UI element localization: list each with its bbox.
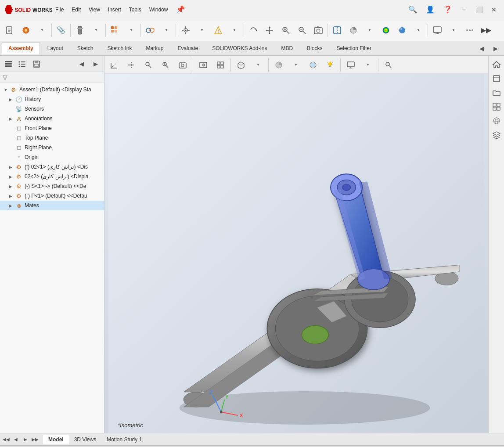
rp-sphere[interactable] [490,114,503,127]
tree-item-origin[interactable]: ⌖ Origin [0,152,104,162]
tab-markup[interactable]: Markup [139,42,170,54]
smart-fasteners[interactable] [72,22,88,38]
tree-item-s1[interactable]: ▶ ⚙ (-) S<1> -> (Default) <<De [0,181,104,191]
units-up[interactable]: ▲ [462,445,478,447]
restore-button[interactable]: ⬜ [472,4,486,16]
display-dropdown[interactable]: ▼ [362,22,378,38]
tree-item-part2[interactable]: ▶ ⚙ 02<2> (تراش کاری) <Displa [0,172,104,181]
component-button[interactable] [18,22,34,38]
help-button[interactable]: ❓ [440,2,456,18]
angle-view[interactable] [106,57,122,73]
minimize-button[interactable]: ─ [457,4,471,16]
render-dropdown[interactable]: ▼ [410,22,426,38]
sidebar-save[interactable] [30,58,43,70]
more-button[interactable] [462,22,478,38]
cube-dropdown[interactable]: ▼ [250,57,266,73]
cube-view[interactable] [233,57,249,73]
bottom-tab-motion[interactable]: Motion Study 1 [101,435,147,444]
tab-sketch[interactable]: Sketch [71,42,100,54]
tab-collapse[interactable]: ◀ [475,42,488,54]
rp-layers[interactable] [490,128,503,141]
tab-blocks[interactable]: Blocks [300,42,329,54]
tree-item-annotations[interactable]: ▶ A Annotations [0,114,104,123]
tree-item-mates[interactable]: ▶ ⊗ Mates [0,201,104,210]
render-button[interactable] [394,22,410,38]
appearance-button[interactable] [378,22,394,38]
rp-grid[interactable] [490,100,503,113]
pin-button[interactable]: 📌 [173,4,188,15]
grid-view[interactable] [212,57,228,73]
tree-item-p1[interactable]: ▶ ⚙ (-) P<1> (Default) <<Defau [0,191,104,201]
tab-selection-filter[interactable]: Selection Filter [330,42,378,54]
search-button[interactable]: 🔍 [405,2,421,18]
zoom-search[interactable] [140,57,156,73]
display-dropdown2[interactable]: ▼ [288,57,304,73]
assembly-settings[interactable] [178,22,194,38]
rp-folder[interactable] [490,86,503,99]
linear-pattern[interactable] [107,22,123,38]
tab-mbd[interactable]: MBD [275,42,300,54]
mate-button[interactable] [142,22,158,38]
nav-next[interactable]: ▶ [21,435,30,444]
monitor-button[interactable] [429,22,445,38]
nav-prev[interactable]: ◀ [11,435,20,444]
tree-item-part1[interactable]: ▶ ⚙ (f) 02<1> (تراش کاری) <Dis [0,162,104,172]
tree-item-sensors[interactable]: 📡 Sensors [0,104,104,114]
capture-view[interactable] [195,57,211,73]
evaluate-dropdown[interactable]: ▼ [227,22,242,38]
monitor-dropdown2[interactable]: ▼ [360,57,376,73]
camera-button[interactable] [310,22,326,38]
tab-sketch-ink[interactable]: Sketch Ink [101,42,138,54]
display-style[interactable] [346,22,361,38]
tab-layout[interactable]: Layout [41,42,70,54]
tree-root[interactable]: ▼ ⚙ Assem1 (Default) <Display Sta [0,85,104,94]
tree-item-top-plane[interactable]: ⊡ Top Plane [0,133,104,143]
new-button[interactable] [2,22,18,38]
tree-item-history[interactable]: ▶ 🕐 History [0,94,104,104]
filter-icon[interactable]: ▽ [3,74,7,81]
menu-file[interactable]: File [52,5,67,14]
sidebar-list-view[interactable] [16,58,29,70]
lights-button[interactable] [322,57,338,73]
zoom-button[interactable] [278,22,294,38]
nav-last[interactable]: ▶▶ [31,435,40,444]
menu-view[interactable]: View [85,5,104,14]
zoom-fit[interactable] [294,22,310,38]
close-button[interactable]: ✕ [487,4,500,16]
tab-add-ins[interactable]: SOLIDWORKS Add-Ins [205,42,274,54]
component-dropdown[interactable]: ▼ [34,22,50,38]
scene-button[interactable] [305,57,321,73]
bottom-tab-3dviews[interactable]: 3D Views [69,435,101,444]
viewport[interactable]: ▼ ▼ ▼ [104,56,488,433]
menu-window[interactable]: Window [146,5,172,14]
attach-button[interactable]: 📎 [53,22,69,38]
menu-tools[interactable]: Tools [126,5,145,14]
account-button[interactable]: 👤 [422,2,438,18]
pan-view[interactable] [262,22,277,38]
monitor-dropdown[interactable]: ▼ [446,22,461,38]
rotate-view[interactable] [245,22,261,38]
display-mode-shaded[interactable] [271,57,287,73]
monitor-display[interactable] [343,57,359,73]
rp-expand[interactable] [490,72,503,85]
pattern-dropdown[interactable]: ▼ [123,22,139,38]
bottom-tab-model[interactable]: Model [43,435,69,444]
sidebar-back[interactable]: ◀ [75,58,88,70]
normal-view[interactable] [123,57,139,73]
rp-home[interactable] [490,58,503,71]
zoom-select[interactable] [158,57,173,73]
evaluate-button[interactable] [210,22,226,38]
mate-dropdown[interactable]: ▼ [158,22,174,38]
fasteners-dropdown[interactable]: ▼ [88,22,104,38]
extra-button[interactable]: ▶▶ [478,22,494,38]
menu-insert[interactable]: Insert [104,5,125,14]
zoom-all[interactable] [381,57,396,73]
settings-dropdown[interactable]: ▼ [194,22,210,38]
tab-evaluate[interactable]: Evaluate [171,42,205,54]
screen-button[interactable] [485,445,500,447]
nav-first[interactable]: ◀◀ [2,435,11,444]
tab-options[interactable]: ▶ [489,42,502,54]
section-view[interactable] [329,22,345,38]
tab-assembly[interactable]: Assembly [2,42,40,54]
sidebar-tree-view[interactable] [2,58,15,70]
